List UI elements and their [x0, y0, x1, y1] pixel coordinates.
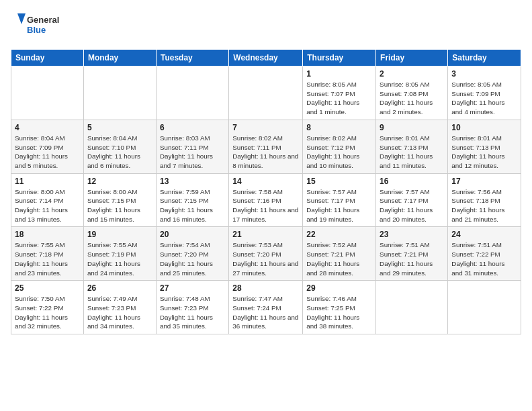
day-number: 25 — [15, 283, 80, 293]
day-number: 19 — [87, 230, 152, 239]
week-row-2: 4Sunrise: 8:04 AM Sunset: 7:09 PM Daylig… — [11, 120, 521, 173]
svg-text:Blue: Blue — [27, 25, 46, 35]
day-info: Sunrise: 8:02 AM Sunset: 7:12 PM Dayligh… — [306, 134, 372, 171]
day-info: Sunrise: 8:05 AM Sunset: 7:08 PM Dayligh… — [380, 80, 444, 117]
calendar-cell: 4Sunrise: 8:04 AM Sunset: 7:09 PM Daylig… — [11, 120, 84, 173]
header-wednesday: Wednesday — [229, 50, 303, 66]
svg-text:General: General — [27, 15, 59, 25]
calendar-cell: 2Sunrise: 8:05 AM Sunset: 7:08 PM Daylig… — [376, 66, 448, 120]
logo-svg: General Blue — [11, 11, 71, 41]
day-number: 20 — [160, 230, 225, 239]
calendar-cell: 13Sunrise: 7:59 AM Sunset: 7:15 PM Dayli… — [156, 173, 228, 227]
calendar-cell: 12Sunrise: 8:00 AM Sunset: 7:15 PM Dayli… — [83, 173, 156, 227]
day-info: Sunrise: 8:01 AM Sunset: 7:13 PM Dayligh… — [380, 134, 444, 171]
day-number: 24 — [451, 230, 517, 239]
page-header: General Blue — [11, 11, 521, 41]
week-row-1: 1Sunrise: 8:05 AM Sunset: 7:07 PM Daylig… — [11, 66, 521, 120]
calendar-cell: 15Sunrise: 7:57 AM Sunset: 7:17 PM Dayli… — [303, 173, 376, 227]
calendar-cell — [448, 281, 521, 334]
calendar-cell: 1Sunrise: 8:05 AM Sunset: 7:07 PM Daylig… — [303, 66, 376, 120]
calendar-cell: 20Sunrise: 7:54 AM Sunset: 7:20 PM Dayli… — [156, 227, 228, 281]
calendar-cell: 29Sunrise: 7:46 AM Sunset: 7:25 PM Dayli… — [303, 281, 376, 334]
header-monday: Monday — [83, 50, 156, 66]
header-friday: Friday — [376, 50, 448, 66]
calendar-cell: 9Sunrise: 8:01 AM Sunset: 7:13 PM Daylig… — [376, 120, 448, 173]
day-info: Sunrise: 8:00 AM Sunset: 7:15 PM Dayligh… — [87, 187, 152, 224]
day-number: 21 — [232, 230, 299, 239]
day-number: 7 — [232, 123, 299, 132]
calendar-cell: 24Sunrise: 7:51 AM Sunset: 7:22 PM Dayli… — [448, 227, 521, 281]
day-info: Sunrise: 7:57 AM Sunset: 7:17 PM Dayligh… — [380, 187, 444, 224]
day-number: 5 — [87, 123, 152, 132]
day-info: Sunrise: 7:55 AM Sunset: 7:19 PM Dayligh… — [87, 240, 152, 277]
calendar-cell: 14Sunrise: 7:58 AM Sunset: 7:16 PM Dayli… — [229, 173, 303, 227]
header-thursday: Thursday — [303, 50, 376, 66]
day-number: 9 — [380, 123, 444, 132]
calendar-cell: 10Sunrise: 8:01 AM Sunset: 7:13 PM Dayli… — [448, 120, 521, 173]
day-info: Sunrise: 8:04 AM Sunset: 7:10 PM Dayligh… — [87, 134, 152, 171]
calendar-cell: 26Sunrise: 7:49 AM Sunset: 7:23 PM Dayli… — [83, 281, 156, 334]
day-info: Sunrise: 7:47 AM Sunset: 7:24 PM Dayligh… — [232, 294, 299, 331]
logo: General Blue — [11, 11, 71, 41]
calendar-cell: 28Sunrise: 7:47 AM Sunset: 7:24 PM Dayli… — [229, 281, 303, 334]
day-number: 26 — [87, 283, 152, 293]
calendar-cell: 23Sunrise: 7:51 AM Sunset: 7:21 PM Dayli… — [376, 227, 448, 281]
day-info: Sunrise: 8:05 AM Sunset: 7:07 PM Dayligh… — [306, 80, 372, 117]
week-row-4: 18Sunrise: 7:55 AM Sunset: 7:18 PM Dayli… — [11, 227, 521, 281]
day-number: 28 — [232, 283, 299, 293]
day-number: 17 — [451, 177, 517, 186]
week-row-3: 11Sunrise: 8:00 AM Sunset: 7:14 PM Dayli… — [11, 173, 521, 227]
day-number: 11 — [15, 177, 80, 186]
day-number: 12 — [87, 177, 152, 186]
day-info: Sunrise: 7:51 AM Sunset: 7:21 PM Dayligh… — [380, 240, 444, 277]
day-info: Sunrise: 7:48 AM Sunset: 7:23 PM Dayligh… — [160, 294, 225, 331]
header-saturday: Saturday — [448, 50, 521, 66]
day-info: Sunrise: 7:50 AM Sunset: 7:22 PM Dayligh… — [15, 294, 80, 331]
svg-marker-2 — [17, 13, 26, 24]
header-sunday: Sunday — [11, 50, 84, 66]
day-number: 29 — [306, 283, 372, 293]
day-info: Sunrise: 7:55 AM Sunset: 7:18 PM Dayligh… — [15, 240, 80, 277]
week-row-5: 25Sunrise: 7:50 AM Sunset: 7:22 PM Dayli… — [11, 281, 521, 334]
calendar-cell: 5Sunrise: 8:04 AM Sunset: 7:10 PM Daylig… — [83, 120, 156, 173]
calendar-cell: 21Sunrise: 7:53 AM Sunset: 7:20 PM Dayli… — [229, 227, 303, 281]
day-info: Sunrise: 7:53 AM Sunset: 7:20 PM Dayligh… — [232, 240, 299, 277]
day-info: Sunrise: 8:00 AM Sunset: 7:14 PM Dayligh… — [15, 187, 80, 224]
calendar-cell: 7Sunrise: 8:02 AM Sunset: 7:11 PM Daylig… — [229, 120, 303, 173]
day-info: Sunrise: 8:03 AM Sunset: 7:11 PM Dayligh… — [160, 134, 225, 171]
header-tuesday: Tuesday — [156, 50, 228, 66]
day-number: 3 — [451, 69, 517, 79]
day-info: Sunrise: 7:58 AM Sunset: 7:16 PM Dayligh… — [232, 187, 299, 224]
day-number: 13 — [160, 177, 225, 186]
calendar-cell: 22Sunrise: 7:52 AM Sunset: 7:21 PM Dayli… — [303, 227, 376, 281]
day-info: Sunrise: 8:02 AM Sunset: 7:11 PM Dayligh… — [232, 134, 299, 171]
calendar-cell: 3Sunrise: 8:05 AM Sunset: 7:09 PM Daylig… — [448, 66, 521, 120]
day-info: Sunrise: 8:01 AM Sunset: 7:13 PM Dayligh… — [451, 134, 517, 171]
day-number: 15 — [306, 177, 372, 186]
calendar-cell: 17Sunrise: 7:56 AM Sunset: 7:18 PM Dayli… — [448, 173, 521, 227]
day-number: 22 — [306, 230, 372, 239]
day-number: 14 — [232, 177, 299, 186]
calendar-cell — [229, 66, 303, 120]
day-number: 16 — [380, 177, 444, 186]
calendar-cell — [83, 66, 156, 120]
day-info: Sunrise: 7:54 AM Sunset: 7:20 PM Dayligh… — [160, 240, 225, 277]
day-number: 8 — [306, 123, 372, 132]
day-number: 18 — [15, 230, 80, 239]
day-info: Sunrise: 7:49 AM Sunset: 7:23 PM Dayligh… — [87, 294, 152, 331]
days-header-row: SundayMondayTuesdayWednesdayThursdayFrid… — [11, 50, 521, 66]
calendar-cell: 19Sunrise: 7:55 AM Sunset: 7:19 PM Dayli… — [83, 227, 156, 281]
day-info: Sunrise: 8:04 AM Sunset: 7:09 PM Dayligh… — [15, 134, 80, 171]
day-info: Sunrise: 7:51 AM Sunset: 7:22 PM Dayligh… — [451, 240, 517, 277]
day-number: 23 — [380, 230, 444, 239]
calendar-cell: 6Sunrise: 8:03 AM Sunset: 7:11 PM Daylig… — [156, 120, 228, 173]
day-info: Sunrise: 7:52 AM Sunset: 7:21 PM Dayligh… — [306, 240, 372, 277]
day-info: Sunrise: 8:05 AM Sunset: 7:09 PM Dayligh… — [451, 80, 517, 117]
day-number: 2 — [380, 69, 444, 79]
calendar-cell: 27Sunrise: 7:48 AM Sunset: 7:23 PM Dayli… — [156, 281, 228, 334]
day-info: Sunrise: 7:57 AM Sunset: 7:17 PM Dayligh… — [306, 187, 372, 224]
calendar-cell — [376, 281, 448, 334]
calendar-cell: 16Sunrise: 7:57 AM Sunset: 7:17 PM Dayli… — [376, 173, 448, 227]
calendar-cell: 18Sunrise: 7:55 AM Sunset: 7:18 PM Dayli… — [11, 227, 84, 281]
day-number: 27 — [160, 283, 225, 293]
